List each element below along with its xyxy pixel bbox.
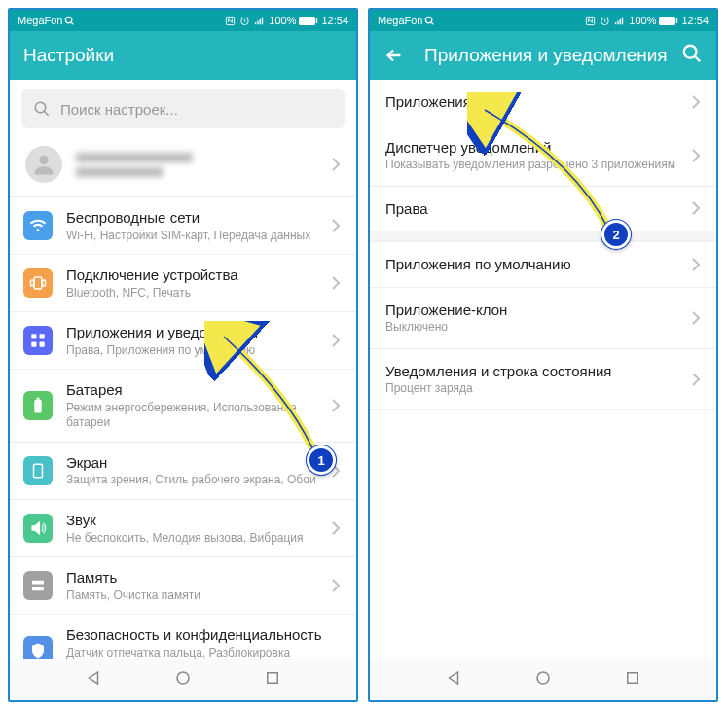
arrow-left-icon bbox=[383, 45, 405, 66]
search-icon bbox=[681, 43, 703, 64]
sound-icon bbox=[23, 514, 53, 543]
item-security[interactable]: Безопасность и конфиденциальностьДатчик … bbox=[10, 615, 356, 659]
item-sound[interactable]: ЗвукНе беспокоить, Мелодия вызова, Вибра… bbox=[10, 500, 356, 557]
item-battery[interactable]: БатареяРежим энергосбережения, Использов… bbox=[10, 370, 356, 443]
chevron-right-icon bbox=[691, 257, 701, 272]
svg-rect-11 bbox=[43, 280, 46, 286]
chevron-right-icon bbox=[691, 200, 701, 216]
chevron-right-icon bbox=[691, 94, 701, 110]
item-apps[interactable]: Приложения bbox=[370, 80, 716, 125]
item-sub: Режим энергосбережения, Использование ба… bbox=[66, 401, 331, 431]
account-info bbox=[76, 150, 331, 180]
svg-rect-17 bbox=[37, 398, 40, 400]
svg-rect-15 bbox=[40, 342, 45, 347]
item-storage[interactable]: ПамятьПамять, Очистка памяти bbox=[10, 557, 356, 615]
item-title: Безопасность и конфиденциальность bbox=[66, 625, 341, 645]
item-sub: Не беспокоить, Мелодия вызова, Вибрация bbox=[66, 531, 331, 547]
chevron-right-icon bbox=[331, 578, 341, 593]
chevron-right-icon bbox=[691, 148, 701, 163]
back-button[interactable] bbox=[445, 669, 462, 691]
svg-rect-12 bbox=[31, 334, 36, 338]
item-sub: Защита зрения, Стиль рабочего экрана, Об… bbox=[66, 473, 331, 488]
recent-button[interactable] bbox=[624, 669, 641, 691]
item-sub: Выключено bbox=[385, 320, 691, 336]
search-icon bbox=[424, 16, 435, 26]
alarm-icon bbox=[600, 16, 610, 26]
navigation-bar bbox=[370, 659, 716, 700]
phone-right: MegaFon 100% 12:54 Приложения и уведомле… bbox=[368, 8, 718, 702]
item-sub: Процент заряда bbox=[385, 381, 691, 397]
battery-pct: 100% bbox=[629, 15, 656, 26]
page-title: Приложения и уведомления bbox=[424, 45, 681, 66]
item-sub: Датчик отпечатка пальца, Разблокировка р… bbox=[66, 646, 341, 659]
item-apps-notifications[interactable]: Приложения и уведомленияПрава, Приложени… bbox=[10, 312, 356, 370]
account-row[interactable] bbox=[10, 138, 356, 197]
svg-line-1 bbox=[71, 21, 73, 23]
storage-icon bbox=[23, 571, 53, 600]
item-title: Звук bbox=[66, 511, 331, 530]
item-device-connection[interactable]: Подключение устройстваBluetooth, NFC, Пе… bbox=[10, 255, 356, 312]
svg-point-31 bbox=[537, 672, 549, 684]
status-bar: MegaFon 100% 12:54 bbox=[10, 10, 356, 31]
item-title: Приложения по умолчанию bbox=[385, 255, 691, 274]
item-sub: Права, Приложения по умолчанию bbox=[66, 343, 331, 359]
item-title: Приложение-клон bbox=[385, 301, 691, 320]
item-app-clone[interactable]: Приложение-клонВыключено bbox=[370, 288, 716, 349]
search-button[interactable] bbox=[681, 43, 703, 68]
chevron-right-icon bbox=[331, 218, 341, 233]
svg-line-30 bbox=[695, 56, 701, 62]
home-button[interactable] bbox=[534, 669, 552, 691]
chevron-right-icon bbox=[331, 157, 341, 172]
carrier-label: MegaFon bbox=[18, 15, 62, 26]
svg-rect-19 bbox=[32, 581, 44, 585]
signal-icon bbox=[253, 16, 266, 26]
item-sub: Показывать уведомления разрешено 3 прило… bbox=[385, 158, 691, 173]
item-title: Память bbox=[66, 568, 331, 587]
display-icon bbox=[23, 456, 53, 485]
item-permissions[interactable]: Права bbox=[370, 187, 716, 232]
svg-rect-27 bbox=[659, 16, 675, 24]
battery-icon bbox=[23, 391, 53, 420]
search-input[interactable]: Поиск настроек... bbox=[21, 89, 345, 128]
section-divider bbox=[370, 231, 716, 242]
signal-icon bbox=[613, 16, 626, 26]
item-notification-manager[interactable]: Диспетчер уведомленийПоказывать уведомле… bbox=[370, 125, 716, 187]
item-wireless[interactable]: Беспроводные сетиWi-Fi, Настройки SIM-ка… bbox=[10, 197, 356, 255]
phone-left: MegaFon 100% 12:54 Настройки Поиск настр… bbox=[8, 8, 358, 702]
svg-rect-32 bbox=[628, 673, 638, 684]
page-title: Настройки bbox=[23, 45, 343, 66]
time-label: 12:54 bbox=[681, 15, 709, 26]
svg-rect-9 bbox=[34, 277, 42, 289]
item-title: Приложения и уведомления bbox=[66, 323, 331, 342]
svg-rect-22 bbox=[268, 673, 278, 684]
svg-rect-20 bbox=[32, 587, 44, 591]
svg-rect-28 bbox=[676, 18, 678, 23]
chevron-right-icon bbox=[331, 333, 341, 348]
battery-icon bbox=[299, 16, 318, 26]
item-title: Диспетчер уведомлений bbox=[385, 138, 691, 158]
bluetooth-icon bbox=[23, 268, 53, 298]
svg-point-8 bbox=[39, 156, 48, 164]
home-button[interactable] bbox=[174, 669, 192, 691]
annotation-marker-1: 1 bbox=[307, 445, 336, 475]
item-display[interactable]: ЭкранЗащита зрения, Стиль рабочего экран… bbox=[10, 443, 356, 500]
nfc-icon bbox=[584, 16, 597, 26]
carrier-label: MegaFon bbox=[378, 15, 422, 26]
apps-icon bbox=[23, 326, 53, 355]
svg-rect-16 bbox=[34, 400, 42, 413]
header: Приложения и уведомления bbox=[370, 31, 716, 80]
svg-rect-18 bbox=[34, 464, 43, 478]
item-title: Права bbox=[385, 199, 691, 219]
svg-line-24 bbox=[431, 21, 433, 23]
recent-button[interactable] bbox=[264, 669, 281, 691]
chevron-right-icon bbox=[331, 398, 341, 413]
back-button[interactable] bbox=[383, 45, 405, 66]
svg-point-0 bbox=[66, 17, 72, 22]
back-button[interactable] bbox=[85, 669, 102, 691]
item-notifications-status[interactable]: Уведомления и строка состоянияПроцент за… bbox=[370, 349, 716, 410]
header: Настройки bbox=[10, 31, 356, 80]
item-default-apps[interactable]: Приложения по умолчанию bbox=[370, 242, 716, 288]
svg-rect-10 bbox=[31, 280, 34, 286]
svg-rect-5 bbox=[316, 18, 318, 23]
chevron-right-icon bbox=[331, 520, 341, 536]
